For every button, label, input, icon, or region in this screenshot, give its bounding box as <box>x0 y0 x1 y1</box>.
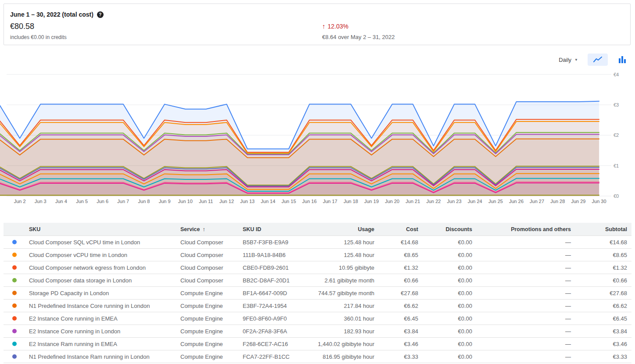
line-chart-toggle[interactable] <box>588 54 608 66</box>
cell-sku-id: BF1A-6647-009D <box>238 287 311 300</box>
cell-subtotal: €3.33 <box>575 350 631 363</box>
cell-sku: E2 Instance Core running in London <box>25 325 176 338</box>
svg-text:Jun 25: Jun 25 <box>488 199 503 204</box>
svg-text:Jun 13: Jun 13 <box>240 199 255 204</box>
cell-service: Compute Engine <box>176 312 238 325</box>
column-header-discounts[interactable]: Discounts <box>423 223 477 236</box>
svg-text:Jun 2: Jun 2 <box>14 199 26 204</box>
daily-cost-chart[interactable]: €0€1€2€3€4Jun 2Jun 3Jun 4Jun 5Jun 6Jun 7… <box>0 70 635 206</box>
cell-sku: Storage PD Capacity in London <box>25 287 176 300</box>
cell-subtotal: €3.84 <box>575 325 631 338</box>
cell-sku-id: F268-6CE7-AC16 <box>238 338 311 350</box>
cell-cost: €27.68 <box>379 287 423 300</box>
table-row: E2 Instance Core running in EMEACompute … <box>4 312 631 325</box>
cell-subtotal: €27.68 <box>575 287 631 300</box>
table-row: E2 Instance Ram running in EMEACompute E… <box>4 338 631 350</box>
cell-discounts: €0.00 <box>423 236 477 249</box>
sku-color-dot <box>12 278 17 282</box>
column-header-dot <box>4 223 25 236</box>
cell-subtotal: €14.68 <box>575 236 631 249</box>
cell-usage: 10.95 gibibyte <box>311 261 379 274</box>
cell-cost: €0.66 <box>379 274 423 287</box>
column-header-service[interactable]: Service↑ <box>176 223 238 236</box>
table-header-row: SKUService↑SKU IDUsageCostDiscountsPromo… <box>4 223 631 236</box>
cell-sku: E2 Instance Ram running in EMEA <box>25 338 176 350</box>
cell-sku-id: 0F2A-2FA8-3F6A <box>238 325 311 338</box>
cell-sku: Cloud Composer SQL vCPU time in London <box>25 236 176 249</box>
cell-service: Cloud Composer <box>176 274 238 287</box>
cell-usage: 744.57 gibibyte month <box>311 287 379 300</box>
cell-service: Compute Engine <box>176 338 238 350</box>
sku-color-dot <box>12 240 17 244</box>
cell-subtotal: €1.32 <box>575 261 631 274</box>
cell-sku-id: E3BF-72A4-1954 <box>238 300 311 312</box>
column-header-subtotal[interactable]: Subtotal <box>575 223 631 236</box>
cell-usage: 217.84 hour <box>311 300 379 312</box>
cell-subtotal: €6.62 <box>575 300 631 312</box>
column-header-promotions[interactable]: Promotions and others <box>477 223 575 236</box>
svg-text:Jun 5: Jun 5 <box>76 199 88 204</box>
svg-text:Jun 23: Jun 23 <box>447 199 462 204</box>
cell-service: Compute Engine <box>176 287 238 300</box>
help-icon[interactable]: ? <box>97 11 104 18</box>
svg-text:€1: €1 <box>613 163 619 168</box>
svg-text:Jun 19: Jun 19 <box>364 199 379 204</box>
table-row: Cloud Composer data storage in LondonClo… <box>4 274 631 287</box>
column-header-usage[interactable]: Usage <box>311 223 379 236</box>
cell-discounts: €0.00 <box>423 312 477 325</box>
cell-sku: E2 Instance Core running in EMEA <box>25 312 176 325</box>
cell-promotions: — <box>477 287 575 300</box>
granularity-dropdown[interactable]: Daily ▼ <box>559 57 578 63</box>
cell-discounts: €0.00 <box>423 261 477 274</box>
cell-promotions: — <box>477 261 575 274</box>
svg-text:Jun 16: Jun 16 <box>302 199 317 204</box>
cell-service: Compute Engine <box>176 325 238 338</box>
sku-color-dot <box>12 253 17 257</box>
sku-color-dot <box>12 342 17 346</box>
svg-text:Jun 20: Jun 20 <box>385 199 399 204</box>
column-header-cost[interactable]: Cost <box>379 223 423 236</box>
cell-promotions: — <box>477 236 575 249</box>
svg-text:Jun 11: Jun 11 <box>199 199 213 204</box>
svg-text:Jun 6: Jun 6 <box>97 199 108 204</box>
svg-text:Jun 29: Jun 29 <box>571 199 585 204</box>
cell-sku: N1 Predefined Instance Core running in L… <box>25 300 176 312</box>
svg-text:Jun 28: Jun 28 <box>550 199 565 204</box>
cell-discounts: €0.00 <box>423 350 477 363</box>
svg-text:€2: €2 <box>613 132 619 138</box>
cell-discounts: €0.00 <box>423 249 477 261</box>
line-chart-icon <box>593 56 603 63</box>
cell-discounts: €0.00 <box>423 300 477 312</box>
cell-cost: €3.33 <box>379 350 423 363</box>
bar-chart-icon <box>619 56 626 63</box>
cell-discounts: €0.00 <box>423 274 477 287</box>
cell-cost: €3.84 <box>379 325 423 338</box>
svg-text:Jun 30: Jun 30 <box>592 199 606 204</box>
svg-text:€3: €3 <box>613 102 619 107</box>
cell-sku: Cloud Composer vCPU time in London <box>25 249 176 261</box>
svg-text:Jun 17: Jun 17 <box>323 199 337 204</box>
cell-sku-id: B5B7-F3FB-E9A9 <box>238 236 311 249</box>
cell-sku-id: FCA7-22FF-B1CC <box>238 350 311 363</box>
column-header-sku_id[interactable]: SKU ID <box>238 223 311 236</box>
cell-sku-id: 9FE0-8F60-A9F0 <box>238 312 311 325</box>
cell-sku-id: BB2C-D8AF-20D1 <box>238 274 311 287</box>
cell-cost: €3.46 <box>379 338 423 350</box>
sku-table-body: Cloud Composer SQL vCPU time in LondonCl… <box>4 236 631 363</box>
chart-controls: Daily ▼ <box>559 53 627 66</box>
trend-up-icon: ↑ <box>322 22 326 30</box>
bar-chart-toggle[interactable] <box>617 54 627 66</box>
svg-text:Jun 9: Jun 9 <box>159 199 171 204</box>
cost-chart-svg: €0€1€2€3€4Jun 2Jun 3Jun 4Jun 5Jun 6Jun 7… <box>0 70 635 206</box>
svg-text:Jun 21: Jun 21 <box>405 199 420 204</box>
column-header-sku[interactable]: SKU <box>25 223 176 236</box>
cell-usage: 125.48 hour <box>311 249 379 261</box>
total-cost-card: June 1 – 30, 2022 (total cost) ? €80.58 … <box>4 4 631 45</box>
sku-color-dot <box>12 329 17 333</box>
svg-text:Jun 18: Jun 18 <box>344 199 358 204</box>
sku-color-dot <box>12 291 17 295</box>
sku-color-dot <box>12 316 17 321</box>
sort-ascending-icon: ↑ <box>202 226 205 232</box>
card-title: June 1 – 30, 2022 (total cost) <box>10 11 93 18</box>
cell-cost: €6.45 <box>379 312 423 325</box>
